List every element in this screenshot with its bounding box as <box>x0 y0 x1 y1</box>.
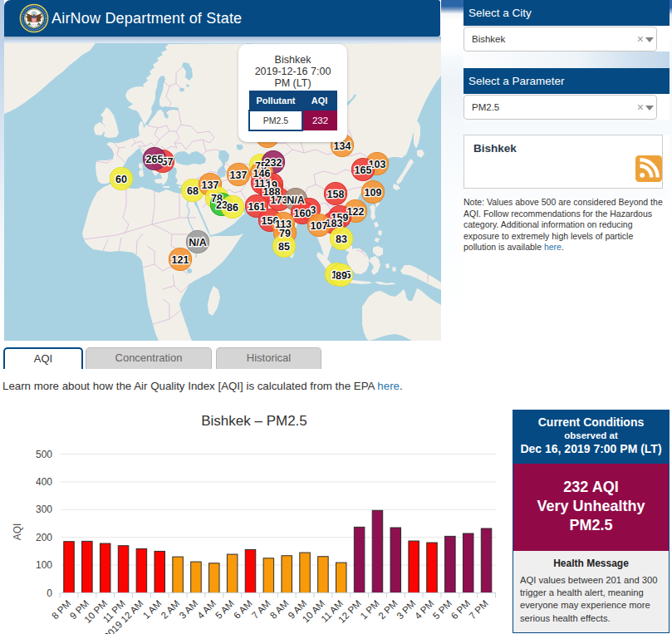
svg-text:500: 500 <box>36 449 52 460</box>
svg-text:137: 137 <box>202 179 219 191</box>
svg-text:300: 300 <box>36 504 52 515</box>
svg-text:100: 100 <box>36 559 52 571</box>
svg-text:107: 107 <box>311 220 328 232</box>
svg-text:121: 121 <box>172 254 189 266</box>
svg-text:86: 86 <box>227 202 238 214</box>
svg-text:Bishkek – PM2.5: Bishkek – PM2.5 <box>201 413 307 429</box>
svg-text:160: 160 <box>294 208 311 219</box>
svg-text:7 AM: 7 AM <box>250 598 272 621</box>
svg-text:6 AM: 6 AM <box>232 598 254 621</box>
svg-text:122: 122 <box>347 206 365 218</box>
svg-text:265: 265 <box>146 154 164 165</box>
svg-text:23: 23 <box>216 199 228 211</box>
svg-text:89: 89 <box>336 270 347 282</box>
svg-text:57: 57 <box>162 156 174 168</box>
svg-text:4 PM: 4 PM <box>413 598 435 621</box>
svg-text:60: 60 <box>115 174 127 185</box>
svg-text:173: 173 <box>271 194 288 206</box>
svg-text:N/A: N/A <box>189 237 207 248</box>
svg-text:3 PM: 3 PM <box>395 598 417 621</box>
svg-text:232: 232 <box>265 157 282 169</box>
svg-text:85: 85 <box>278 241 290 253</box>
svg-text:2 PM: 2 PM <box>376 598 399 621</box>
svg-text:5 AM: 5 AM <box>213 598 236 621</box>
svg-text:AQI: AQI <box>12 523 23 541</box>
svg-text:2 AM: 2 AM <box>159 598 181 621</box>
svg-text:158: 158 <box>327 189 345 200</box>
svg-text:6 PM: 6 PM <box>449 598 472 621</box>
svg-text:83: 83 <box>336 233 347 245</box>
svg-text:79: 79 <box>279 228 291 239</box>
svg-text:8 PM: 8 PM <box>50 598 72 621</box>
svg-text:0: 0 <box>47 587 52 599</box>
svg-text:1 AM: 1 AM <box>141 598 164 621</box>
svg-text:183: 183 <box>326 218 343 229</box>
svg-text:165: 165 <box>355 165 372 176</box>
svg-text:7 PM: 7 PM <box>467 598 489 621</box>
svg-text:8 AM: 8 AM <box>268 598 291 621</box>
svg-text:109: 109 <box>365 187 382 199</box>
svg-text:137: 137 <box>230 170 248 181</box>
svg-text:1 PM: 1 PM <box>358 598 380 621</box>
svg-text:N/A: N/A <box>287 194 305 206</box>
svg-text:161: 161 <box>248 201 266 213</box>
svg-text:3: 3 <box>311 204 316 216</box>
svg-text:4 AM: 4 AM <box>195 598 218 621</box>
svg-text:3 AM: 3 AM <box>177 598 199 621</box>
svg-text:200: 200 <box>36 532 52 543</box>
svg-text:5 PM: 5 PM <box>431 598 454 621</box>
svg-text:400: 400 <box>36 476 52 488</box>
svg-text:68: 68 <box>187 185 199 197</box>
